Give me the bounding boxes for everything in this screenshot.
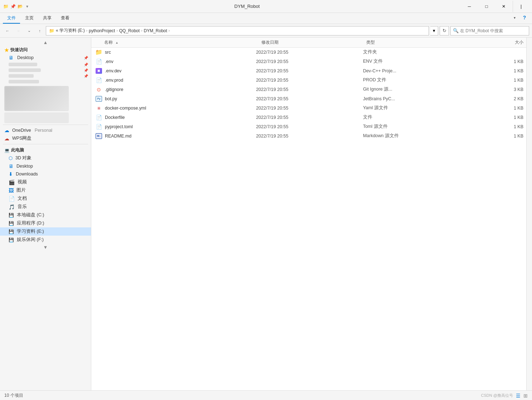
file-name-cell: M↓ README.md [94, 133, 256, 139]
search-icon: 🔍 [453, 28, 459, 33]
sidebar-item-pictures[interactable]: 🖼 图片 [0, 186, 91, 194]
file-type-cell: ENV 文件 [363, 58, 470, 64]
file-row[interactable]: Py bot.py 2022/7/19 20:55 JetBrains PyC.… [91, 94, 526, 103]
divider-2 [3, 144, 88, 144]
sidebar-item-drive-f[interactable]: 💾 娱乐休闲 (F:) [0, 236, 91, 244]
right-scrollbar[interactable] [526, 38, 532, 390]
file-row[interactable]: 📄 Dockerfile 2022/7/19 20:55 文件 1 KB [91, 113, 526, 122]
drive-f-icon: 💾 [9, 237, 14, 242]
downloads-label: Downloads [16, 172, 38, 177]
onedrive-personal: Personal [35, 128, 52, 133]
view-icon-list[interactable]: ☰ [516, 393, 521, 399]
file-name-cell: 📄 pyproject.toml [94, 124, 256, 130]
breadcrumb-sep1: › [86, 29, 87, 33]
close-button[interactable]: ✕ [495, 1, 512, 12]
tab-share[interactable]: 共享 [39, 13, 56, 24]
file-row[interactable]: ⊙ .gitignore 2022/7/19 20:55 Git Ignore … [91, 85, 526, 94]
pin-icon-2: 📌 [84, 68, 88, 72]
git-icon-row: ⊙ [97, 87, 101, 92]
file-row[interactable]: 📄 pyproject.toml 2022/7/19 20:55 Toml 源文… [91, 122, 526, 131]
search-box[interactable]: 🔍 [450, 26, 529, 35]
quick-access-header[interactable]: ★ 快速访问 [0, 45, 91, 54]
recent-button[interactable]: ⌄ [24, 26, 34, 35]
sidebar-item-blurred2[interactable]: 📌 [0, 67, 91, 73]
folder-icon-tb: 📂 [17, 4, 23, 9]
file-date-cell: 2022/7/19 20:55 [256, 68, 363, 73]
file-row[interactable]: 📁 src 2022/7/19 20:55 文件夹 [91, 48, 526, 57]
breadcrumb-part1[interactable]: pythonProject [89, 28, 115, 33]
help-btn[interactable]: ? [520, 13, 529, 22]
file-row-icon: 📄 [96, 115, 102, 120]
sidebar-item-3d[interactable]: ⬡ 3D 对象 [0, 154, 91, 162]
sidebar-item-music[interactable]: 🎵 音乐 [0, 203, 91, 211]
col-header-size[interactable]: 大小 [471, 39, 523, 45]
search-input[interactable] [460, 28, 527, 33]
sidebar-item-blurred3[interactable]: 📌 [0, 73, 91, 79]
sidebar-item-blurred1[interactable]: 📌 [0, 62, 91, 67]
file-name-cell: 📄 Dockerfile [94, 115, 256, 120]
md-icon-row: M↓ [96, 133, 102, 139]
file-icon-row: 📄 [96, 115, 102, 120]
minimize-button[interactable]: ─ [461, 1, 478, 12]
file-type-cell: Yaml 源文件 [363, 105, 470, 111]
address-bar-area: ← → ⌄ ↑ 📁 « 学习资料 (E:) › pythonProject › … [0, 24, 532, 38]
refresh-button[interactable]: ↻ [440, 26, 449, 35]
sidebar-item-video[interactable]: 🎬 视频 [0, 178, 91, 186]
ribbon-collapse-btn[interactable]: ▾ [510, 13, 519, 22]
col-header-name[interactable]: 名称 ▲ [94, 39, 261, 45]
back-button[interactable]: ← [3, 26, 12, 35]
forward-button[interactable]: → [14, 26, 23, 35]
tab-home[interactable]: 主页 [21, 13, 38, 24]
sidebar-item-desktop[interactable]: 🖥 Desktop 📌 [0, 54, 91, 62]
divider-1 [3, 125, 88, 125]
file-list: 📁 src 2022/7/19 20:55 文件夹 📄 .env 2022/7/… [91, 48, 526, 390]
file-date-cell: 2022/7/19 20:55 [256, 87, 363, 92]
up-button[interactable]: ↑ [35, 26, 44, 35]
sidebar-scroll-down[interactable]: ▼ [0, 244, 91, 250]
main-layout: ▲ ★ 快速访问 🖥 Desktop 📌 📌 📌 📌 [0, 38, 532, 390]
file-row[interactable]: ≡ docker-compose.yml 2022/7/19 20:55 Yam… [91, 103, 526, 113]
col-header-date[interactable]: 修改日期 [261, 39, 366, 45]
maximize-button[interactable]: □ [478, 1, 495, 12]
address-dropdown-btn[interactable]: ▾ [430, 26, 438, 35]
tab-file[interactable]: 文件 [3, 13, 20, 24]
documents-label: 文档 [18, 196, 27, 202]
file-row-icon: M↓ [96, 133, 102, 139]
file-row[interactable]: 📄 .env 2022/7/19 20:55 ENV 文件 1 KB [91, 57, 526, 66]
window-title: DYM_Robot [35, 4, 459, 9]
sidebar-item-drive-e[interactable]: 💾 学习资料 (E:) [0, 227, 91, 236]
file-name: src [105, 50, 111, 55]
sidebar-item-drive-d[interactable]: 💾 应用程序 (D:) [0, 219, 91, 227]
sidebar-item-desktop2[interactable]: 🖥 Desktop [0, 162, 91, 170]
this-pc-header[interactable]: 💻 此电脑 [0, 146, 91, 154]
file-row[interactable]: ▣ .env.dev 2022/7/19 20:55 Dev-C++ Proje… [91, 66, 526, 76]
address-breadcrumb[interactable]: 📁 « 学习资料 (E:) › pythonProject › QQ_Robot… [46, 26, 429, 35]
sidebar-item-wps[interactable]: ☁ WPS网盘 [0, 134, 91, 143]
video-icon: 🎬 [9, 179, 15, 185]
ribbon-tabs: 文件 主页 共享 查看 ▾ ? [0, 13, 532, 24]
breadcrumb-part3[interactable]: DYM_Robot [144, 28, 167, 33]
breadcrumb-part2[interactable]: QQ_Robot [119, 28, 140, 33]
file-name-cell: 📄 .env [94, 59, 256, 64]
file-row[interactable]: M↓ README.md 2022/7/19 20:55 Markdown 源文… [91, 131, 526, 141]
file-date-cell: 2022/7/19 20:55 [256, 78, 363, 83]
tab-view[interactable]: 查看 [57, 13, 74, 24]
sidebar-item-onedrive[interactable]: ☁ OneDrive Personal [0, 126, 91, 134]
drive-f-label: 娱乐休闲 (F:) [17, 237, 44, 243]
desktop2-icon: 🖥 [9, 163, 14, 169]
file-row[interactable]: 📄 .env.prod 2022/7/19 20:55 PROD 文件 1 KB [91, 76, 526, 85]
file-size-cell: 2 KB [470, 96, 523, 101]
sidebar-item-downloads[interactable]: ⬇ Downloads [0, 170, 91, 178]
sidebar-item-drive-c[interactable]: 💾 本地磁盘 (C:) [0, 211, 91, 219]
breadcrumb-sep3: › [141, 29, 142, 33]
view-icon-grid[interactable]: ⊞ [523, 393, 528, 399]
sidebar-item-blurred4[interactable] [0, 79, 91, 85]
file-date-cell: 2022/7/19 20:55 [256, 96, 363, 101]
breadcrumb-part0[interactable]: « 学习资料 (E:) [56, 28, 85, 34]
extra-btn: | [513, 1, 529, 12]
col-header-type[interactable]: 类型 [366, 39, 471, 45]
sidebar-scroll-up[interactable]: ▲ [0, 39, 91, 45]
file-name: .env.dev [105, 68, 121, 73]
folder-icon-row: 📁 [95, 49, 102, 56]
sidebar-item-documents[interactable]: 📄 文档 [0, 194, 91, 203]
